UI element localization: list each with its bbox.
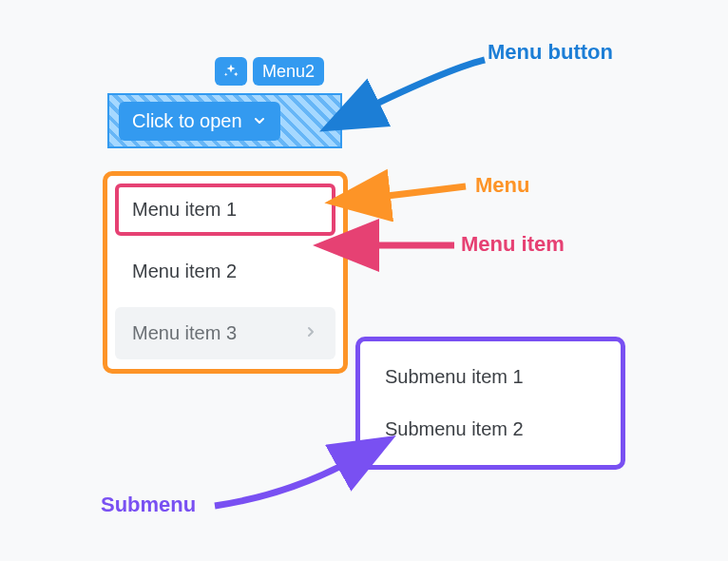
menu-button-highlight: Click to open [107, 93, 342, 148]
tag-row: Menu2 [215, 57, 324, 86]
sparkle-icon [215, 57, 247, 86]
chevron-down-icon [252, 113, 267, 128]
arrow-menu [354, 179, 477, 217]
menu: Menu item 1 Menu item 2 Menu item 3 [103, 171, 348, 374]
submenu-item[interactable]: Submenu item 1 [368, 351, 613, 403]
menu-item-label: Menu item 3 [132, 322, 237, 344]
menu-item-label: Menu item 1 [132, 199, 237, 221]
submenu: Submenu item 1 Submenu item 2 [355, 337, 625, 470]
submenu-item-label: Submenu item 1 [385, 366, 524, 387]
menu-button-label: Click to open [132, 110, 242, 132]
menu-item[interactable]: Menu item 3 [115, 307, 335, 359]
menu-item[interactable]: Menu item 1 [115, 184, 335, 236]
submenu-item-label: Submenu item 2 [385, 418, 524, 439]
arrow-menu-item [342, 234, 466, 262]
tag-badge: Menu2 [253, 57, 324, 86]
callout-menu-item: Menu item [461, 232, 565, 257]
arrow-menu-button [342, 52, 494, 138]
menu-item-label: Menu item 2 [132, 261, 237, 282]
callout-submenu: Submenu [101, 493, 196, 517]
menu-item[interactable]: Menu item 2 [115, 245, 335, 298]
menu-button[interactable]: Click to open [119, 102, 280, 141]
callout-menu-button: Menu button [488, 40, 613, 65]
arrow-submenu [205, 447, 376, 523]
diagram-stage: Menu2 Click to open Menu item 1 Menu ite… [0, 0, 728, 561]
chevron-right-icon [303, 322, 318, 344]
submenu-item[interactable]: Submenu item 2 [368, 403, 613, 455]
callout-menu: Menu [475, 173, 529, 198]
